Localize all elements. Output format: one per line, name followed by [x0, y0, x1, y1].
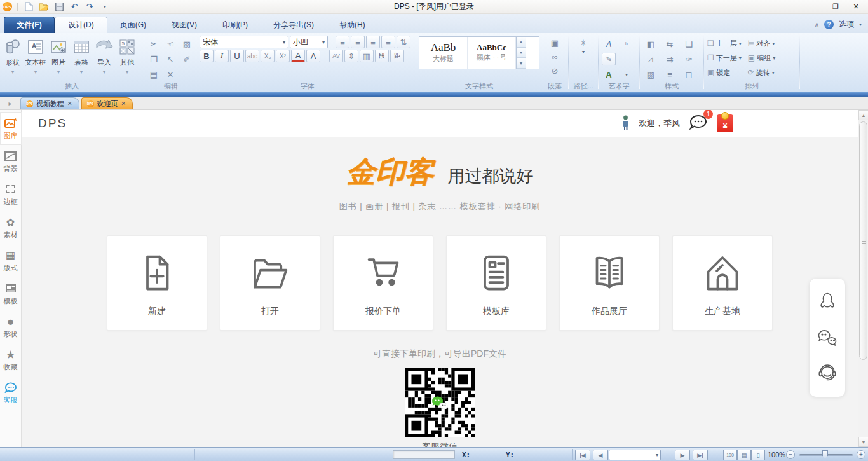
- insert-other-button[interactable]: 5 其他 ▾: [116, 35, 139, 81]
- undo-button[interactable]: ↶: [69, 1, 80, 13]
- doc-tab-video-tutorial[interactable]: DPS 视频教程 ✕: [20, 97, 79, 109]
- character-style-button[interactable]: A: [306, 50, 320, 62]
- close-tab-icon[interactable]: ✕: [121, 100, 126, 107]
- cut-button[interactable]: ✂: [147, 38, 161, 50]
- gallery-expand-button[interactable]: ▼: [517, 58, 526, 69]
- zoom-out-button[interactable]: −: [786, 450, 795, 459]
- tab-expander-icon[interactable]: ▸: [0, 97, 20, 109]
- send-backward-button[interactable]: ❐ 下一层 ▾: [705, 51, 743, 65]
- hatch-style-button[interactable]: ▨: [644, 68, 658, 81]
- align-center-button[interactable]: ≡: [351, 36, 365, 48]
- sidebar-item-background[interactable]: 背景: [0, 145, 22, 178]
- zoom-slider-thumb[interactable]: [822, 450, 828, 458]
- options-dropdown-icon[interactable]: ▾: [859, 22, 862, 27]
- single-page-view-button[interactable]: ▯: [751, 450, 765, 460]
- card-template-library[interactable]: 模板库: [446, 235, 546, 331]
- sidebar-item-service[interactable]: 客服: [0, 376, 22, 409]
- superscript-button[interactable]: X²: [276, 50, 290, 62]
- italic-button[interactable]: I: [215, 50, 229, 62]
- text-style-item[interactable]: AaBbCc 黑体 三号: [468, 37, 516, 69]
- last-page-button[interactable]: ▶|: [693, 450, 708, 460]
- new-document-button[interactable]: [23, 1, 34, 13]
- doc-tab-welcome[interactable]: DPS 欢迎页 ✕: [81, 97, 133, 109]
- insert-shape-button[interactable]: 形状 ▾: [1, 35, 24, 81]
- help-icon[interactable]: ?: [824, 20, 834, 29]
- sidebar-item-layout[interactable]: ▦ 版式: [0, 244, 22, 277]
- status-input[interactable]: [393, 450, 455, 459]
- tab-view[interactable]: 视图(V): [159, 17, 210, 33]
- text-path-button[interactable]: ✳: [576, 36, 590, 49]
- font-color-button[interactable]: A: [291, 50, 305, 62]
- align-left-button[interactable]: ≡: [336, 36, 349, 48]
- tab-share-export[interactable]: 分享导出(S): [261, 17, 327, 33]
- fill-color-button[interactable]: ◧: [644, 38, 658, 50]
- vertical-scrollbar[interactable]: ▲ ▼: [858, 110, 868, 447]
- sidebar-item-template[interactable]: 模板: [0, 277, 22, 310]
- character-spacing-button[interactable]: AV: [329, 50, 343, 62]
- tab-help[interactable]: 帮助(H): [327, 17, 378, 33]
- tab-file[interactable]: 文件(F): [4, 17, 55, 33]
- open-file-button[interactable]: [38, 1, 50, 13]
- link-frames-button[interactable]: ∞: [548, 50, 562, 63]
- indent-style-button[interactable]: ⇆: [663, 38, 677, 50]
- scrollbar-thumb[interactable]: [859, 121, 867, 360]
- distance-settings-button[interactable]: 距: [390, 50, 404, 62]
- customer-service-button[interactable]: [816, 361, 839, 384]
- previous-page-button[interactable]: ◀: [593, 450, 608, 460]
- insert-table-button[interactable]: 表格 ▾: [70, 35, 93, 81]
- wordart-edit-button[interactable]: ✎: [602, 53, 616, 65]
- wordart-style-button[interactable]: A: [602, 38, 616, 50]
- customize-toolbar-dropdown[interactable]: ▾: [99, 1, 111, 13]
- card-open[interactable]: 打开: [220, 235, 320, 331]
- qq-contact-button[interactable]: [816, 291, 839, 314]
- close-button[interactable]: ✕: [846, 1, 865, 13]
- font-size-combo[interactable]: 小四 ▾: [290, 36, 328, 48]
- bold-button[interactable]: B: [200, 50, 214, 62]
- insert-image-button[interactable]: 图片 ▾: [47, 35, 70, 81]
- collapse-ribbon-icon[interactable]: ∧: [815, 21, 819, 28]
- next-page-button[interactable]: ▶: [675, 450, 690, 460]
- format-brush-button[interactable]: ✑: [682, 53, 696, 65]
- paragraph-settings-button[interactable]: 段: [375, 50, 389, 62]
- wordart-fill-button[interactable]: A: [602, 68, 616, 81]
- sidebar-item-material[interactable]: ✿ 素材: [0, 211, 22, 244]
- insert-textbox-button[interactable]: A 文本框 ▾: [24, 35, 47, 81]
- redo-button[interactable]: ↷: [84, 1, 95, 13]
- bring-forward-button[interactable]: ❏ 上一层 ▾: [705, 36, 743, 50]
- zoom-100-view-button[interactable]: 100: [723, 450, 737, 460]
- arrow-style-button[interactable]: ⇉: [663, 53, 677, 65]
- minimize-button[interactable]: —: [806, 1, 825, 13]
- align-objects-button[interactable]: ⊨ 对齐 ▾: [746, 36, 777, 50]
- card-quote-order[interactable]: 报价下单: [333, 235, 433, 331]
- restore-button[interactable]: ❐: [826, 1, 845, 13]
- text-wrap-button[interactable]: ▣: [548, 36, 562, 49]
- card-works-gallery[interactable]: 作品展厅: [559, 235, 660, 331]
- lock-button[interactable]: ▣ 锁定: [705, 65, 743, 79]
- continuous-view-button[interactable]: ▤: [737, 450, 751, 460]
- align-right-button[interactable]: ≡: [366, 36, 380, 48]
- font-family-combo[interactable]: 宋体 ▾: [200, 36, 288, 48]
- group-objects-button[interactable]: ▣ 编组 ▾: [746, 51, 777, 65]
- delete-button[interactable]: ✕: [163, 68, 177, 81]
- lasso-button[interactable]: ✐: [180, 53, 194, 65]
- underline-button[interactable]: U: [230, 50, 244, 62]
- message-button[interactable]: 1: [689, 114, 708, 133]
- wechat-contact-button[interactable]: [816, 326, 839, 349]
- sidebar-item-favorites[interactable]: ★ 收藏: [0, 343, 22, 376]
- card-production-base[interactable]: 生产基地: [672, 235, 773, 331]
- card-new[interactable]: 新建: [107, 235, 207, 331]
- close-tab-icon[interactable]: ✕: [67, 100, 72, 107]
- pan-hand-button[interactable]: ☜: [163, 38, 177, 50]
- sidebar-item-gallery[interactable]: 图库: [0, 112, 22, 145]
- line-weight-button[interactable]: ≡: [663, 68, 677, 81]
- select-cursor-button[interactable]: ↖: [163, 53, 177, 65]
- unlink-frames-button[interactable]: ⊘: [548, 64, 562, 77]
- scroll-down-button[interactable]: ▼: [858, 437, 868, 447]
- rotate-button[interactable]: ⟳ 旋转 ▾: [746, 65, 777, 79]
- text-style-item[interactable]: AaBb 大标题: [419, 37, 468, 69]
- vertical-text-button[interactable]: ⇅: [397, 36, 410, 48]
- copy-style-button[interactable]: ❏: [682, 38, 696, 50]
- wordart-case-button[interactable]: ᵇ: [620, 38, 634, 50]
- zoom-in-button[interactable]: +: [857, 450, 865, 459]
- red-packet-button[interactable]: ¥: [717, 114, 733, 132]
